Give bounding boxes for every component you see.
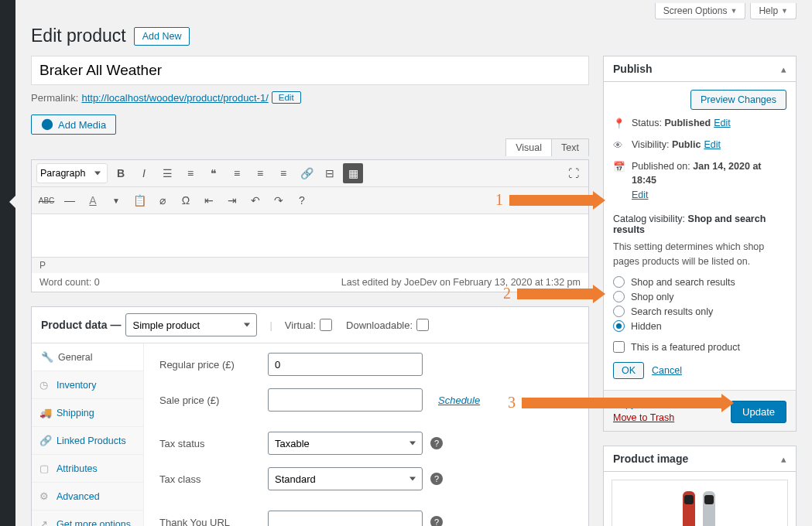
tab-attributes[interactable]: ▢Attributes — [32, 455, 143, 483]
product-thumb-graphic — [677, 487, 723, 526]
hr-icon[interactable]: — — [60, 190, 80, 210]
tab-advanced[interactable]: ⚙Advanced — [32, 483, 143, 511]
chevron-down-icon: ▼ — [730, 7, 737, 15]
fullscreen-icon[interactable]: ⛶ — [564, 163, 584, 183]
textcolor-icon[interactable]: A — [83, 190, 103, 210]
preview-changes-button[interactable]: Preview Changes — [690, 90, 786, 110]
featured-checkbox-row[interactable]: This is a featured product — [613, 341, 786, 353]
textcolor-dropdown-icon[interactable]: ▼ — [106, 190, 126, 210]
eye-icon: 👁 — [613, 138, 625, 153]
align-center-icon[interactable]: ≡ — [250, 163, 270, 183]
tab-get-more[interactable]: ↗Get more options — [32, 511, 143, 526]
help-icon[interactable]: ? — [292, 190, 312, 210]
svg-rect-4 — [704, 495, 714, 504]
wrench-icon: 🔧 — [41, 351, 52, 363]
italic-icon[interactable]: I — [134, 163, 154, 183]
calendar-icon: 📅 — [613, 160, 625, 175]
catalog-cancel-link[interactable]: Cancel — [652, 365, 682, 376]
quote-icon[interactable]: ❝ — [204, 163, 224, 183]
cv-option-shop-search[interactable]: Shop and search results — [613, 276, 786, 288]
cv-option-hidden[interactable]: Hidden — [613, 320, 786, 332]
admin-sidebar — [0, 0, 15, 526]
tax-class-label: Tax class — [159, 473, 260, 485]
permalink-label: Permalink: — [31, 92, 78, 104]
editor-content[interactable] — [32, 214, 588, 257]
readmore-icon[interactable]: ⊟ — [320, 163, 340, 183]
paragraph-select[interactable]: Paragraph — [36, 163, 108, 183]
toggle-panel-icon[interactable]: ▴ — [781, 63, 786, 75]
add-new-button[interactable]: Add New — [134, 27, 190, 46]
paste-icon[interactable]: 📋 — [129, 190, 149, 210]
help-icon[interactable]: ? — [430, 516, 443, 526]
chevron-down-icon: ▼ — [781, 7, 788, 15]
align-left-icon[interactable]: ≡ — [227, 163, 247, 183]
tag-icon: ▢ — [39, 463, 50, 474]
edit-visibility-link[interactable]: Edit — [704, 139, 721, 150]
svg-rect-1 — [684, 495, 694, 504]
gear-icon: ⚙ — [39, 490, 50, 502]
tab-linked-products[interactable]: 🔗Linked Products — [32, 427, 143, 455]
permalink-link[interactable]: http://localhost/woodev/product/product-… — [81, 92, 268, 104]
product-data-heading: Product data — — [41, 319, 121, 331]
bold-icon[interactable]: B — [111, 163, 131, 183]
inventory-icon: ◷ — [39, 379, 50, 391]
downloadable-label: Downloadable: — [346, 319, 413, 331]
edit-status-link[interactable]: Edit — [714, 118, 731, 128]
page-title: Edit product — [31, 26, 126, 46]
toggle-panel-icon[interactable]: ▴ — [781, 453, 786, 465]
downloadable-checkbox[interactable] — [416, 319, 429, 331]
permalink-edit-button[interactable]: Edit — [272, 91, 301, 104]
update-button[interactable]: Update — [731, 401, 786, 423]
virtual-checkbox[interactable] — [320, 319, 332, 331]
tax-status-label: Tax status — [159, 438, 260, 449]
publish-heading: Publish — [613, 63, 653, 75]
clear-icon[interactable]: ⌀ — [152, 190, 173, 210]
tax-status-select[interactable]: Taxable — [268, 432, 423, 455]
outdent-icon[interactable]: ⇤ — [199, 190, 219, 210]
featured-checkbox[interactable] — [613, 341, 625, 353]
screen-options-button[interactable]: Screen Options ▼ — [655, 3, 746, 19]
undo-icon[interactable]: ↶ — [245, 190, 266, 210]
help-icon[interactable]: ? — [430, 437, 443, 449]
editor-status-path: P — [32, 257, 588, 273]
link-icon[interactable]: 🔗 — [296, 163, 317, 183]
toolbar-toggle-icon[interactable]: ▦ — [343, 163, 363, 183]
special-char-icon[interactable]: Ω — [176, 190, 196, 210]
redo-icon[interactable]: ↷ — [269, 190, 289, 210]
product-image-thumbnail[interactable] — [612, 480, 788, 526]
thankyou-input[interactable] — [268, 511, 423, 526]
sale-price-input[interactable] — [268, 388, 423, 412]
align-right-icon[interactable]: ≡ — [273, 163, 293, 183]
last-edited: Last edited by JoeDev on February 13, 20… — [341, 277, 581, 288]
editor-tab-text[interactable]: Text — [551, 138, 589, 156]
tab-inventory[interactable]: ◷Inventory — [32, 371, 143, 399]
word-count: Word count: 0 — [39, 277, 100, 288]
move-to-trash-link[interactable]: Move to Trash — [613, 412, 697, 423]
cv-option-search-only[interactable]: Search results only — [613, 306, 786, 317]
tab-general[interactable]: 🔧General — [32, 343, 143, 371]
indent-icon[interactable]: ⇥ — [222, 190, 242, 210]
copy-to-draft-link[interactable]: Copy to a new draft — [613, 398, 697, 409]
ol-icon[interactable]: ≡ — [180, 163, 200, 183]
media-icon — [41, 118, 53, 131]
link-icon: 🔗 — [39, 435, 50, 446]
help-icon[interactable]: ? — [430, 473, 443, 485]
tab-shipping[interactable]: 🚚Shipping — [32, 399, 143, 427]
tax-class-select[interactable]: Standard — [268, 467, 423, 490]
product-type-select[interactable]: Simple product — [125, 313, 257, 336]
pin-icon: 📍 — [613, 117, 625, 132]
catalog-ok-button[interactable]: OK — [613, 362, 644, 379]
add-media-button[interactable]: Add Media — [31, 114, 116, 135]
catalog-visibility-desc: This setting determines which shop pages… — [613, 240, 786, 269]
product-title-input[interactable] — [31, 56, 589, 85]
share-icon: ↗ — [39, 518, 50, 526]
schedule-link[interactable]: Schedule — [438, 394, 480, 406]
strikethrough-icon[interactable]: ABC — [36, 190, 57, 210]
edit-published-link[interactable]: Edit — [632, 190, 649, 200]
product-image-heading: Product image — [613, 453, 688, 465]
help-button[interactable]: Help ▼ — [750, 3, 797, 19]
cv-option-shop-only[interactable]: Shop only — [613, 291, 786, 302]
regular-price-input[interactable] — [268, 353, 423, 376]
editor-tab-visual[interactable]: Visual — [505, 138, 552, 156]
ul-icon[interactable]: ☰ — [157, 163, 177, 183]
